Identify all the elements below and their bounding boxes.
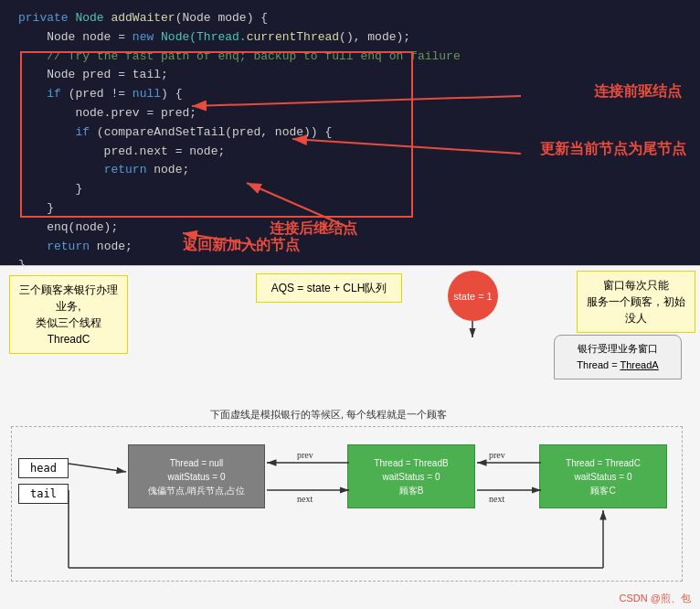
code-line: if (pred != null) { bbox=[18, 85, 682, 104]
annotation-connect-prev: 连接前驱结点 bbox=[594, 82, 682, 102]
node1-line1: Thread = null bbox=[170, 456, 224, 470]
sticky-window: 窗口每次只能 服务一个顾客，初始没人 bbox=[577, 271, 695, 333]
node-threadc: Thread = ThreadC waitStatus = 0 顾客C bbox=[539, 444, 667, 508]
code-line: } bbox=[18, 180, 682, 199]
node3-line2: waitStatus = 0 bbox=[574, 470, 631, 484]
node1-line2: waitStatus = 0 bbox=[167, 470, 225, 484]
diagram-section: 三个顾客来银行办理业务, 类似三个线程 ThreadC AQS = state … bbox=[0, 265, 700, 609]
state-circle: state = 1 bbox=[448, 271, 498, 321]
code-line: // Try the fast path of enq; backup to f… bbox=[18, 48, 682, 67]
node-threadb: Thread = ThreadB waitStatus = 0 顾客B bbox=[347, 444, 475, 508]
code-line: return node; bbox=[18, 238, 682, 257]
code-line: private Node addWaiter(Node mode) { bbox=[18, 9, 682, 28]
bank-window: 银行受理业务窗口 Thread = ThreadA bbox=[554, 335, 682, 379]
code-line: } bbox=[18, 256, 682, 265]
queue-hint: 下面虚线是模拟银行的等候区, 每个线程就是一个顾客 bbox=[210, 408, 447, 422]
code-line: return node; bbox=[18, 161, 682, 180]
node3-line1: Thread = ThreadC bbox=[566, 456, 641, 470]
watermark: CSDN @煎、包 bbox=[620, 592, 691, 605]
head-label: head bbox=[18, 458, 69, 478]
node2-line2: waitStatus = 0 bbox=[382, 470, 440, 484]
node-sentinel: Thread = null waitStatus = 0 傀儡节点,哨兵节点,占… bbox=[128, 444, 265, 508]
tail-label: tail bbox=[18, 484, 69, 504]
node1-line3: 傀儡节点,哨兵节点,占位 bbox=[148, 484, 245, 497]
annotation-return-node: 返回新加入的节点 bbox=[183, 236, 300, 255]
sticky-customers: 三个顾客来银行办理业务, 类似三个线程 ThreadC bbox=[9, 275, 128, 354]
code-line: Node pred = tail; bbox=[18, 66, 682, 85]
code-line: node.prev = pred; bbox=[18, 104, 682, 123]
code-line: Node node = new Node(Thread.currentThrea… bbox=[18, 28, 682, 48]
code-section: private Node addWaiter(Node mode) { Node… bbox=[0, 0, 700, 265]
bank-line1: 银行受理业务窗口 bbox=[578, 343, 658, 354]
sticky-aqs: AQS = state + CLH队列 bbox=[256, 273, 402, 303]
node2-line1: Thread = ThreadB bbox=[374, 456, 448, 470]
node3-line3: 顾客C bbox=[590, 484, 615, 497]
node2-line3: 顾客B bbox=[399, 484, 424, 497]
annotation-update-tail: 更新当前节点为尾节点 bbox=[540, 140, 686, 159]
state-label: state = 1 bbox=[451, 289, 494, 304]
code-line: } bbox=[18, 199, 682, 219]
bank-line2: Thread = ThreadA bbox=[577, 359, 658, 370]
